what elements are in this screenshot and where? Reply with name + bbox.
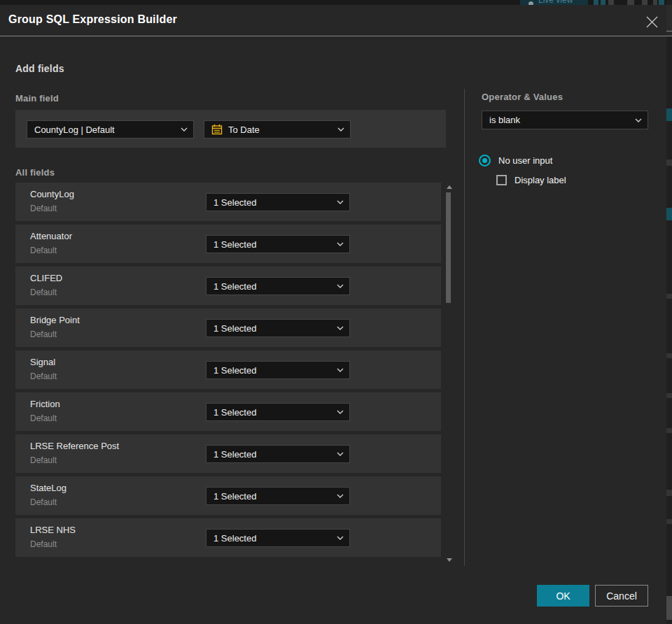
field-selected-dropdown[interactable]: 1 Selected [206, 235, 350, 253]
live-view-label: Live view [538, 0, 573, 5]
field-selected-dropdown-label: 1 Selected [214, 323, 256, 334]
close-icon [646, 16, 658, 28]
field-selected-dropdown[interactable]: 1 Selected [206, 529, 350, 547]
chevron-down-icon [337, 326, 344, 330]
operator-values-heading: Operator & Values [482, 92, 563, 102]
field-subtitle: Default [30, 329, 57, 339]
field-name: StateLog [30, 483, 66, 493]
main-value-dropdown[interactable]: To Date [204, 120, 351, 139]
panel-divider [464, 89, 465, 566]
field-selected-dropdown-label: 1 Selected [214, 365, 256, 376]
field-subtitle: Default [30, 246, 57, 255]
field-subtitle: Default [30, 497, 57, 507]
field-selected-dropdown[interactable]: 1 Selected [206, 361, 350, 379]
chevron-down-icon [337, 242, 344, 246]
field-row: CountyLog Default 1 Selected [15, 183, 441, 221]
cancel-button[interactable]: Cancel [595, 585, 648, 607]
chevron-down-icon [337, 410, 344, 414]
no-user-input-option[interactable]: No user input [479, 155, 552, 166]
chevron-down-icon [337, 200, 344, 204]
field-name: Signal [30, 357, 55, 367]
field-selected-dropdown-label: 1 Selected [214, 449, 256, 460]
field-subtitle: Default [30, 539, 57, 549]
chevron-down-icon [181, 127, 188, 132]
field-selected-dropdown[interactable]: 1 Selected [206, 277, 350, 295]
close-button[interactable] [643, 15, 661, 29]
toolbar-fragment [594, 0, 598, 5]
live-view-button[interactable]: Live view [520, 0, 588, 5]
main-field-panel: CountyLog | Default To Date [15, 110, 446, 148]
field-row: StateLog Default 1 Selected [15, 476, 441, 515]
field-subtitle: Default [30, 288, 57, 297]
background-app-right-sliver [666, 0, 672, 624]
toolbar-fragment [642, 0, 648, 5]
field-selected-dropdown-label: 1 Selected [214, 197, 256, 208]
all-fields-label: All fields [15, 167, 55, 178]
toolbar-fragment [627, 0, 634, 5]
field-selected-dropdown-label: 1 Selected [214, 407, 256, 418]
add-fields-heading: Add fields [15, 63, 64, 74]
field-selected-dropdown-label: 1 Selected [214, 533, 256, 544]
main-field-dropdown-value: CountyLog | Default [34, 125, 115, 135]
toolbar-fragment [608, 0, 614, 5]
field-name: CountyLog [30, 189, 74, 199]
ok-button[interactable]: OK [537, 585, 589, 607]
field-selected-dropdown[interactable]: 1 Selected [206, 487, 350, 505]
field-selected-dropdown-label: 1 Selected [214, 281, 256, 292]
toolbar-fragment [601, 0, 606, 5]
chevron-down-icon [337, 127, 344, 132]
display-label-label: Display label [514, 175, 566, 185]
fields-list-scrollbar[interactable] [445, 183, 452, 564]
titlebar-separator [0, 36, 672, 36]
group-sql-expression-builder-dialog: Group SQL Expression Builder Add fields … [0, 5, 666, 624]
field-subtitle: Default [30, 413, 57, 423]
calendar-icon [211, 124, 223, 135]
field-name: Attenuator [30, 231, 72, 241]
chevron-down-icon [337, 368, 344, 372]
field-name: Bridge Point [30, 315, 80, 325]
no-user-input-label: No user input [498, 155, 552, 166]
field-subtitle: Default [30, 204, 57, 213]
field-selected-dropdown[interactable]: 1 Selected [206, 445, 350, 463]
field-subtitle: Default [30, 455, 57, 465]
field-selected-dropdown-label: 1 Selected [214, 239, 256, 250]
main-field-label: Main field [15, 93, 59, 104]
operator-dropdown-value: is blank [489, 115, 520, 125]
scrollbar-thumb[interactable] [446, 192, 451, 303]
field-selected-dropdown[interactable]: 1 Selected [206, 403, 350, 421]
field-subtitle: Default [30, 371, 57, 381]
dialog-title: Group SQL Expression Builder [8, 13, 177, 26]
chevron-down-icon [337, 284, 344, 288]
field-row: LRSE NHS Default 1 Selected [15, 518, 441, 557]
chevron-down-icon [635, 118, 642, 122]
chevron-down-icon [337, 536, 344, 540]
chevron-down-icon [337, 494, 344, 498]
field-name: CLIFED [30, 273, 62, 283]
toolbar-fragment [653, 0, 657, 5]
background-app-top-strip: Live view [0, 0, 672, 5]
dialog-titlebar: Group SQL Expression Builder [0, 5, 666, 36]
chevron-down-icon [337, 452, 344, 456]
field-name: LRSE Reference Post [30, 441, 119, 451]
field-row: CLIFED Default 1 Selected [15, 267, 441, 305]
field-name: Friction [30, 399, 60, 409]
radio-selected-icon[interactable] [479, 155, 491, 166]
toolbar-fragment [659, 0, 664, 5]
main-field-dropdown[interactable]: CountyLog | Default [27, 120, 194, 139]
scroll-down-icon[interactable] [447, 558, 452, 562]
field-selected-dropdown-label: 1 Selected [214, 491, 256, 502]
display-label-option[interactable]: Display label [496, 175, 566, 185]
field-row: LRSE Reference Post Default 1 Selected [15, 434, 441, 473]
scroll-up-icon[interactable] [447, 185, 452, 189]
field-selected-dropdown[interactable]: 1 Selected [206, 193, 350, 211]
checkbox-unchecked-icon[interactable] [496, 175, 507, 185]
field-selected-dropdown[interactable]: 1 Selected [206, 319, 350, 337]
field-row: Bridge Point Default 1 Selected [15, 309, 441, 347]
field-row: Friction Default 1 Selected [15, 392, 441, 431]
operator-dropdown[interactable]: is blank [482, 111, 648, 129]
field-name: LRSE NHS [30, 525, 76, 535]
all-fields-list: CountyLog Default 1 Selected Attenuator … [15, 183, 441, 560]
main-value-dropdown-value: To Date [228, 125, 260, 135]
field-row: Signal Default 1 Selected [15, 350, 441, 389]
field-row: Attenuator Default 1 Selected [15, 225, 441, 263]
